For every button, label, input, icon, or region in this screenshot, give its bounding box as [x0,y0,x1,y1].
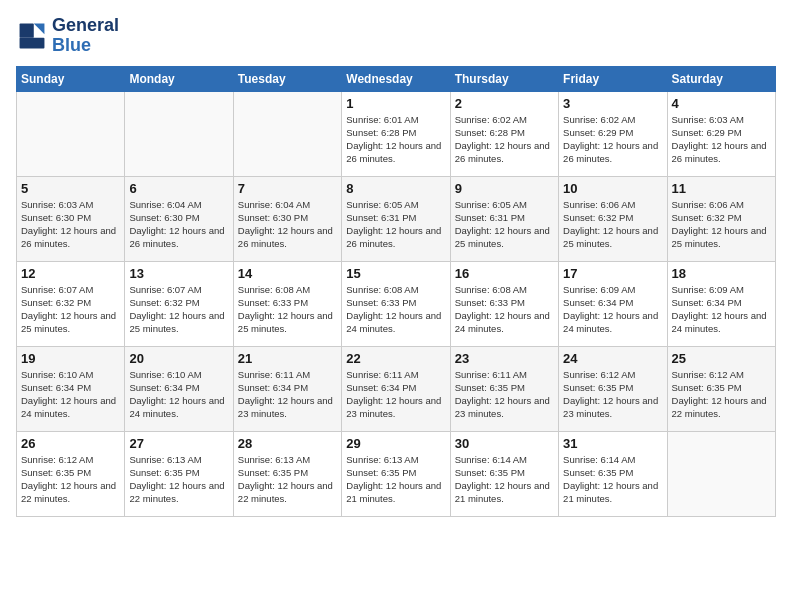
day-number: 26 [21,436,120,451]
day-number: 2 [455,96,554,111]
day-number: 9 [455,181,554,196]
calendar-day-cell [667,431,775,516]
calendar-day-cell: 3Sunrise: 6:02 AM Sunset: 6:29 PM Daylig… [559,91,667,176]
day-info: Sunrise: 6:07 AM Sunset: 6:32 PM Dayligh… [21,283,120,336]
day-info: Sunrise: 6:08 AM Sunset: 6:33 PM Dayligh… [346,283,445,336]
day-of-week-header: Thursday [450,66,558,91]
day-info: Sunrise: 6:13 AM Sunset: 6:35 PM Dayligh… [238,453,337,506]
day-number: 3 [563,96,662,111]
day-info: Sunrise: 6:08 AM Sunset: 6:33 PM Dayligh… [455,283,554,336]
day-number: 27 [129,436,228,451]
calendar-week-row: 5Sunrise: 6:03 AM Sunset: 6:30 PM Daylig… [17,176,776,261]
day-of-week-header: Friday [559,66,667,91]
day-info: Sunrise: 6:04 AM Sunset: 6:30 PM Dayligh… [238,198,337,251]
day-number: 10 [563,181,662,196]
day-of-week-header: Tuesday [233,66,341,91]
calendar-day-cell: 14Sunrise: 6:08 AM Sunset: 6:33 PM Dayli… [233,261,341,346]
calendar-day-cell: 22Sunrise: 6:11 AM Sunset: 6:34 PM Dayli… [342,346,450,431]
calendar-day-cell: 27Sunrise: 6:13 AM Sunset: 6:35 PM Dayli… [125,431,233,516]
day-of-week-header: Monday [125,66,233,91]
day-info: Sunrise: 6:03 AM Sunset: 6:29 PM Dayligh… [672,113,771,166]
calendar-day-cell: 21Sunrise: 6:11 AM Sunset: 6:34 PM Dayli… [233,346,341,431]
day-info: Sunrise: 6:06 AM Sunset: 6:32 PM Dayligh… [672,198,771,251]
day-info: Sunrise: 6:05 AM Sunset: 6:31 PM Dayligh… [346,198,445,251]
day-number: 4 [672,96,771,111]
calendar-day-cell: 26Sunrise: 6:12 AM Sunset: 6:35 PM Dayli… [17,431,125,516]
day-number: 28 [238,436,337,451]
calendar-day-cell: 7Sunrise: 6:04 AM Sunset: 6:30 PM Daylig… [233,176,341,261]
calendar-day-cell: 9Sunrise: 6:05 AM Sunset: 6:31 PM Daylig… [450,176,558,261]
day-info: Sunrise: 6:10 AM Sunset: 6:34 PM Dayligh… [21,368,120,421]
svg-rect-2 [20,38,45,49]
calendar-day-cell: 5Sunrise: 6:03 AM Sunset: 6:30 PM Daylig… [17,176,125,261]
calendar-day-cell: 28Sunrise: 6:13 AM Sunset: 6:35 PM Dayli… [233,431,341,516]
day-number: 18 [672,266,771,281]
day-number: 1 [346,96,445,111]
day-info: Sunrise: 6:11 AM Sunset: 6:35 PM Dayligh… [455,368,554,421]
calendar-day-cell: 20Sunrise: 6:10 AM Sunset: 6:34 PM Dayli… [125,346,233,431]
day-number: 20 [129,351,228,366]
day-info: Sunrise: 6:11 AM Sunset: 6:34 PM Dayligh… [346,368,445,421]
day-of-week-header: Saturday [667,66,775,91]
calendar-day-cell: 4Sunrise: 6:03 AM Sunset: 6:29 PM Daylig… [667,91,775,176]
day-number: 5 [21,181,120,196]
day-number: 23 [455,351,554,366]
calendar-day-cell: 13Sunrise: 6:07 AM Sunset: 6:32 PM Dayli… [125,261,233,346]
calendar-day-cell: 15Sunrise: 6:08 AM Sunset: 6:33 PM Dayli… [342,261,450,346]
svg-rect-1 [20,23,34,37]
day-number: 31 [563,436,662,451]
day-number: 19 [21,351,120,366]
calendar-body: 1Sunrise: 6:01 AM Sunset: 6:28 PM Daylig… [17,91,776,516]
calendar-day-cell: 18Sunrise: 6:09 AM Sunset: 6:34 PM Dayli… [667,261,775,346]
svg-marker-0 [34,23,45,34]
day-info: Sunrise: 6:09 AM Sunset: 6:34 PM Dayligh… [563,283,662,336]
logo-text-line2: Blue [52,36,119,56]
day-info: Sunrise: 6:02 AM Sunset: 6:29 PM Dayligh… [563,113,662,166]
calendar-day-cell [17,91,125,176]
calendar-day-cell: 10Sunrise: 6:06 AM Sunset: 6:32 PM Dayli… [559,176,667,261]
calendar-day-cell: 17Sunrise: 6:09 AM Sunset: 6:34 PM Dayli… [559,261,667,346]
day-info: Sunrise: 6:01 AM Sunset: 6:28 PM Dayligh… [346,113,445,166]
logo: General Blue [16,16,119,56]
day-info: Sunrise: 6:12 AM Sunset: 6:35 PM Dayligh… [672,368,771,421]
day-info: Sunrise: 6:05 AM Sunset: 6:31 PM Dayligh… [455,198,554,251]
day-info: Sunrise: 6:13 AM Sunset: 6:35 PM Dayligh… [346,453,445,506]
calendar-day-cell: 16Sunrise: 6:08 AM Sunset: 6:33 PM Dayli… [450,261,558,346]
day-number: 22 [346,351,445,366]
logo-icon [16,20,48,52]
day-of-week-header: Wednesday [342,66,450,91]
day-number: 16 [455,266,554,281]
day-number: 15 [346,266,445,281]
calendar-day-cell: 8Sunrise: 6:05 AM Sunset: 6:31 PM Daylig… [342,176,450,261]
day-info: Sunrise: 6:04 AM Sunset: 6:30 PM Dayligh… [129,198,228,251]
day-number: 29 [346,436,445,451]
day-number: 6 [129,181,228,196]
calendar-day-cell: 6Sunrise: 6:04 AM Sunset: 6:30 PM Daylig… [125,176,233,261]
day-number: 14 [238,266,337,281]
day-info: Sunrise: 6:14 AM Sunset: 6:35 PM Dayligh… [563,453,662,506]
day-info: Sunrise: 6:12 AM Sunset: 6:35 PM Dayligh… [21,453,120,506]
calendar-header-row: SundayMondayTuesdayWednesdayThursdayFrid… [17,66,776,91]
day-of-week-header: Sunday [17,66,125,91]
calendar-week-row: 19Sunrise: 6:10 AM Sunset: 6:34 PM Dayli… [17,346,776,431]
calendar-day-cell: 12Sunrise: 6:07 AM Sunset: 6:32 PM Dayli… [17,261,125,346]
calendar-day-cell: 11Sunrise: 6:06 AM Sunset: 6:32 PM Dayli… [667,176,775,261]
calendar-day-cell [233,91,341,176]
day-info: Sunrise: 6:06 AM Sunset: 6:32 PM Dayligh… [563,198,662,251]
logo-text-line1: General [52,16,119,36]
day-number: 8 [346,181,445,196]
page-header: General Blue [16,16,776,56]
calendar-table: SundayMondayTuesdayWednesdayThursdayFrid… [16,66,776,517]
calendar-day-cell: 31Sunrise: 6:14 AM Sunset: 6:35 PM Dayli… [559,431,667,516]
day-info: Sunrise: 6:14 AM Sunset: 6:35 PM Dayligh… [455,453,554,506]
calendar-day-cell: 2Sunrise: 6:02 AM Sunset: 6:28 PM Daylig… [450,91,558,176]
calendar-week-row: 1Sunrise: 6:01 AM Sunset: 6:28 PM Daylig… [17,91,776,176]
calendar-day-cell: 29Sunrise: 6:13 AM Sunset: 6:35 PM Dayli… [342,431,450,516]
day-info: Sunrise: 6:08 AM Sunset: 6:33 PM Dayligh… [238,283,337,336]
calendar-day-cell [125,91,233,176]
day-number: 25 [672,351,771,366]
day-number: 12 [21,266,120,281]
day-info: Sunrise: 6:07 AM Sunset: 6:32 PM Dayligh… [129,283,228,336]
calendar-day-cell: 30Sunrise: 6:14 AM Sunset: 6:35 PM Dayli… [450,431,558,516]
calendar-day-cell: 23Sunrise: 6:11 AM Sunset: 6:35 PM Dayli… [450,346,558,431]
